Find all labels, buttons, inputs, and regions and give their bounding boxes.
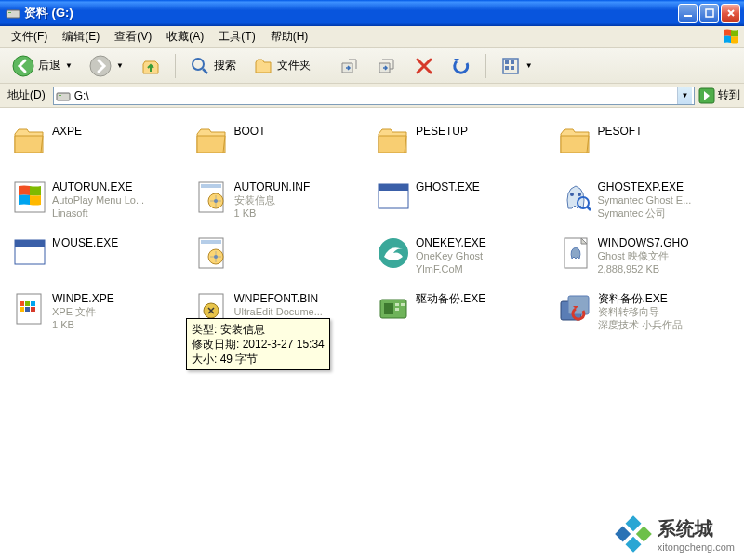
file-meta: 资料备份.EXE 资料转移向导 深度技术 小兵作品 bbox=[598, 292, 683, 331]
watermark-logo-icon bbox=[615, 515, 652, 553]
svg-rect-0 bbox=[7, 10, 20, 18]
folder-icon bbox=[195, 125, 229, 158]
window-title: 资料 (G:) bbox=[24, 5, 678, 21]
svg-rect-15 bbox=[625, 515, 641, 531]
inf-covered-icon bbox=[195, 236, 229, 270]
ghost-icon bbox=[559, 180, 592, 214]
svg-rect-13 bbox=[59, 95, 61, 96]
file-meta: PESETUP bbox=[416, 125, 468, 138]
svg-rect-1 bbox=[8, 12, 11, 13]
address-dropdown[interactable]: ▼ bbox=[677, 87, 692, 104]
svg-rect-2 bbox=[684, 15, 692, 17]
file-item[interactable]: PESOFT bbox=[559, 125, 732, 167]
delete-button[interactable] bbox=[407, 52, 441, 80]
close-button[interactable] bbox=[721, 4, 740, 23]
chevron-down-icon: ▼ bbox=[65, 61, 73, 70]
backup-icon bbox=[559, 292, 592, 326]
svg-rect-16 bbox=[636, 527, 652, 542]
xpe-icon bbox=[13, 292, 46, 326]
svg-rect-12 bbox=[57, 93, 70, 100]
go-button[interactable]: 转到 bbox=[698, 87, 740, 104]
file-sub1: XPE 文件 bbox=[52, 305, 114, 318]
svg-rect-11 bbox=[511, 66, 514, 70]
file-name: BOOT bbox=[234, 125, 266, 138]
menu-file[interactable]: 文件(F) bbox=[4, 26, 55, 47]
onekey-icon bbox=[377, 236, 410, 270]
folders-button[interactable]: 文件夹 bbox=[246, 52, 317, 80]
file-sub1: OneKey Ghost bbox=[416, 249, 486, 262]
views-button[interactable]: ▼ bbox=[494, 52, 539, 80]
maximize-button[interactable] bbox=[699, 4, 719, 23]
file-item[interactable]: GHOST.EXE bbox=[377, 180, 550, 223]
file-item[interactable] bbox=[195, 236, 368, 279]
folders-label: 文件夹 bbox=[277, 58, 311, 73]
file-name: ONEKEY.EXE bbox=[416, 236, 486, 249]
file-meta: AXPE bbox=[52, 125, 82, 138]
address-combo[interactable]: G:\ ▼ bbox=[53, 87, 695, 105]
back-label: 后退 bbox=[38, 58, 60, 73]
move-to-button[interactable] bbox=[333, 52, 366, 80]
file-item[interactable]: BOOT bbox=[195, 125, 368, 167]
search-button[interactable]: 搜索 bbox=[183, 52, 243, 80]
watermark-url: xitongcheng.com bbox=[658, 541, 735, 553]
file-sub1: Ghost 映像文件 bbox=[598, 249, 689, 262]
file-meta: AUTORUN.INF 安装信息 1 KB bbox=[234, 180, 311, 220]
file-item[interactable]: PESETUP bbox=[377, 125, 550, 167]
drive-icon bbox=[6, 6, 20, 20]
file-item[interactable]: MOUSE.EXE bbox=[13, 236, 186, 279]
file-meta: WINPE.XPE XPE 文件 1 KB bbox=[52, 292, 114, 331]
file-name: WINPE.XPE bbox=[52, 292, 114, 305]
copy-to-button[interactable] bbox=[370, 52, 404, 80]
file-item[interactable]: GHOSTEXP.EXE Symantec Ghost E... Symante… bbox=[559, 180, 732, 223]
winlogo-icon bbox=[13, 180, 46, 214]
folder-icon bbox=[377, 125, 410, 158]
file-item[interactable]: WINDOWS7.GHO Ghost 映像文件 2,888,952 KB bbox=[559, 236, 732, 279]
search-label: 搜索 bbox=[214, 58, 236, 73]
minimize-button[interactable] bbox=[678, 4, 698, 23]
file-meta: BOOT bbox=[234, 125, 266, 138]
back-button[interactable]: 后退 ▼ bbox=[6, 51, 79, 81]
file-sub1: Symantec Ghost E... bbox=[598, 193, 692, 207]
titlebar: 资料 (G:) bbox=[0, 0, 744, 26]
separator bbox=[175, 54, 176, 78]
file-item[interactable]: AUTORUN.EXE AutoPlay Menu Lo... Linasoft bbox=[13, 180, 186, 223]
address-path: G:\ bbox=[74, 89, 677, 102]
menubar: 文件(F) 编辑(E) 查看(V) 收藏(A) 工具(T) 帮助(H) bbox=[0, 26, 744, 48]
tooltip-line: 修改日期: 2012-3-27 15:34 bbox=[192, 337, 325, 352]
file-view: AXPE BOOT PESETUP PESOFT AUTORUN.EXE Aut… bbox=[0, 108, 744, 560]
file-sub2: Linasoft bbox=[52, 207, 144, 220]
menu-favorites[interactable]: 收藏(A) bbox=[159, 26, 211, 47]
file-item[interactable]: WINPE.XPE XPE 文件 1 KB bbox=[13, 292, 186, 335]
file-item[interactable]: AXPE bbox=[13, 125, 186, 167]
menu-help[interactable]: 帮助(H) bbox=[263, 26, 316, 47]
svg-rect-18 bbox=[625, 537, 641, 553]
file-name: PESOFT bbox=[598, 125, 643, 138]
file-name: PESETUP bbox=[416, 125, 468, 138]
file-meta: PESOFT bbox=[598, 125, 643, 138]
file-name: AUTORUN.EXE bbox=[52, 180, 144, 193]
file-name: GHOSTEXP.EXE bbox=[598, 180, 692, 193]
file-sub2: 2,888,952 KB bbox=[598, 262, 689, 275]
separator bbox=[325, 54, 326, 78]
file-name: 资料备份.EXE bbox=[598, 292, 683, 305]
undo-button[interactable] bbox=[445, 52, 478, 80]
file-item[interactable]: ONEKEY.EXE OneKey Ghost YlmF.CoM bbox=[377, 236, 550, 279]
folder-icon bbox=[559, 125, 592, 158]
file-item[interactable]: AUTORUN.INF 安装信息 1 KB bbox=[195, 180, 368, 223]
menu-view[interactable]: 查看(V) bbox=[107, 26, 159, 47]
file-item[interactable]: 资料备份.EXE 资料转移向导 深度技术 小兵作品 bbox=[559, 292, 732, 335]
up-button[interactable] bbox=[134, 52, 167, 80]
forward-button[interactable]: ▼ bbox=[83, 51, 130, 81]
menu-edit[interactable]: 编辑(E) bbox=[55, 26, 107, 47]
file-item[interactable]: 驱动备份.EXE bbox=[377, 292, 550, 335]
separator bbox=[485, 54, 486, 78]
file-meta: MOUSE.EXE bbox=[52, 236, 118, 249]
watermark-name: 系统城 bbox=[658, 516, 735, 541]
file-sub1: 安装信息 bbox=[234, 193, 311, 207]
menu-tools[interactable]: 工具(T) bbox=[211, 26, 262, 47]
file-meta: GHOSTEXP.EXE Symantec Ghost E... Symante… bbox=[598, 180, 692, 220]
file-meta: WINDOWS7.GHO Ghost 映像文件 2,888,952 KB bbox=[598, 236, 689, 275]
svg-rect-8 bbox=[505, 60, 509, 64]
go-label: 转到 bbox=[718, 87, 740, 103]
driver-icon bbox=[377, 292, 410, 326]
